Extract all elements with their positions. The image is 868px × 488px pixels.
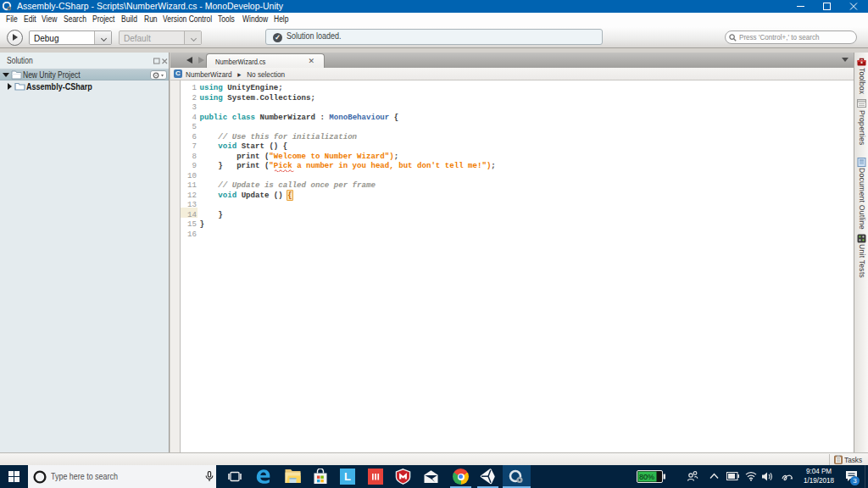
svg-text:80%: 80% — [639, 473, 654, 481]
